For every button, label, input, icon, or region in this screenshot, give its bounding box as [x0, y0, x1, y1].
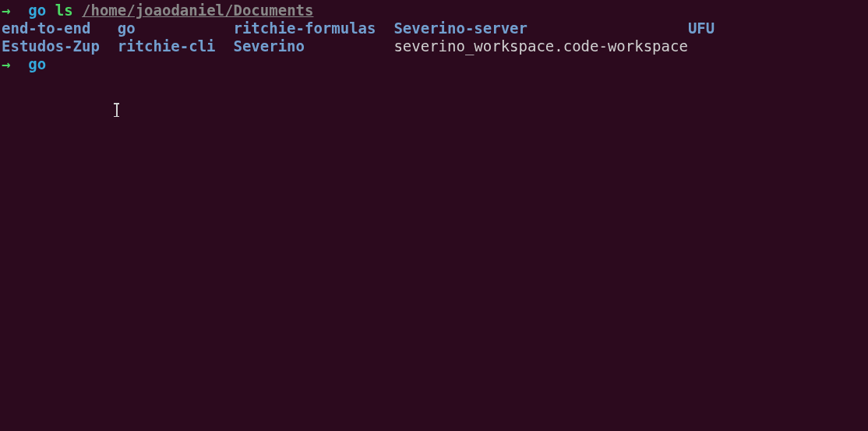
ls-item: UFU	[688, 19, 715, 37]
ls-item: end-to-end	[2, 19, 90, 37]
ls-item: Estudos-Zup	[2, 37, 100, 55]
ls-item: Severino	[233, 37, 305, 55]
command-path: /home/joaodaniel/Documents	[82, 2, 313, 19]
ls-row-1: end-to-end go ritchie-formulas Severino-…	[2, 19, 866, 37]
command-ls: ls	[55, 2, 73, 19]
terminal-output[interactable]: → go ls /home/joaodaniel/Documentsend-to…	[0, 0, 868, 75]
ls-item: ritchie-cli	[118, 37, 216, 55]
ls-row-2: Estudos-Zup ritchie-cli Severino severin…	[2, 37, 866, 55]
ls-item: go	[118, 19, 136, 37]
prompt-cwd: go	[28, 55, 46, 72]
prompt-cwd: go	[28, 2, 46, 19]
ls-item-file: severino_workspace.code-workspace	[393, 37, 688, 55]
ls-item: Severino-server	[393, 19, 528, 37]
prompt-line-1: → go ls /home/joaodaniel/Documents	[2, 2, 866, 19]
prompt-arrow: →	[2, 2, 10, 19]
ls-item: ritchie-formulas	[233, 19, 376, 37]
prompt-arrow: →	[2, 55, 10, 72]
text-cursor-icon	[116, 103, 117, 117]
prompt-line-2: → go	[2, 55, 866, 73]
